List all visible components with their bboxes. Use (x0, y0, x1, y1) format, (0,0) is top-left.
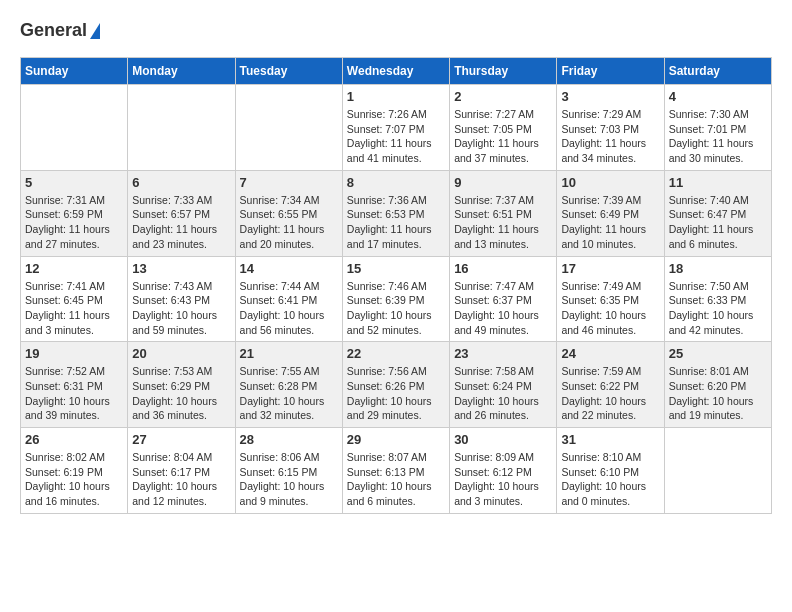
day-number: 27 (132, 432, 230, 447)
calendar-cell (21, 85, 128, 171)
calendar-cell (235, 85, 342, 171)
day-info: Sunrise: 7:55 AMSunset: 6:28 PMDaylight:… (240, 364, 338, 423)
day-number: 25 (669, 346, 767, 361)
weekday-header-saturday: Saturday (664, 58, 771, 85)
day-info: Sunrise: 7:46 AMSunset: 6:39 PMDaylight:… (347, 279, 445, 338)
day-number: 30 (454, 432, 552, 447)
calendar-cell: 26Sunrise: 8:02 AMSunset: 6:19 PMDayligh… (21, 428, 128, 514)
weekday-header-wednesday: Wednesday (342, 58, 449, 85)
calendar-cell: 14Sunrise: 7:44 AMSunset: 6:41 PMDayligh… (235, 256, 342, 342)
calendar-cell: 18Sunrise: 7:50 AMSunset: 6:33 PMDayligh… (664, 256, 771, 342)
day-info: Sunrise: 8:04 AMSunset: 6:17 PMDaylight:… (132, 450, 230, 509)
day-number: 28 (240, 432, 338, 447)
calendar-cell: 24Sunrise: 7:59 AMSunset: 6:22 PMDayligh… (557, 342, 664, 428)
day-info: Sunrise: 8:07 AMSunset: 6:13 PMDaylight:… (347, 450, 445, 509)
calendar-cell: 8Sunrise: 7:36 AMSunset: 6:53 PMDaylight… (342, 170, 449, 256)
day-info: Sunrise: 8:09 AMSunset: 6:12 PMDaylight:… (454, 450, 552, 509)
day-number: 7 (240, 175, 338, 190)
day-info: Sunrise: 7:36 AMSunset: 6:53 PMDaylight:… (347, 193, 445, 252)
day-info: Sunrise: 7:26 AMSunset: 7:07 PMDaylight:… (347, 107, 445, 166)
calendar-cell: 27Sunrise: 8:04 AMSunset: 6:17 PMDayligh… (128, 428, 235, 514)
calendar-cell: 12Sunrise: 7:41 AMSunset: 6:45 PMDayligh… (21, 256, 128, 342)
day-number: 15 (347, 261, 445, 276)
day-number: 13 (132, 261, 230, 276)
calendar-header: SundayMondayTuesdayWednesdayThursdayFrid… (21, 58, 772, 85)
day-number: 4 (669, 89, 767, 104)
day-number: 8 (347, 175, 445, 190)
calendar-cell: 1Sunrise: 7:26 AMSunset: 7:07 PMDaylight… (342, 85, 449, 171)
day-number: 18 (669, 261, 767, 276)
day-info: Sunrise: 7:40 AMSunset: 6:47 PMDaylight:… (669, 193, 767, 252)
calendar-cell: 3Sunrise: 7:29 AMSunset: 7:03 PMDaylight… (557, 85, 664, 171)
day-info: Sunrise: 8:10 AMSunset: 6:10 PMDaylight:… (561, 450, 659, 509)
page-header: General (20, 20, 772, 41)
day-number: 1 (347, 89, 445, 104)
calendar-cell: 22Sunrise: 7:56 AMSunset: 6:26 PMDayligh… (342, 342, 449, 428)
day-info: Sunrise: 8:01 AMSunset: 6:20 PMDaylight:… (669, 364, 767, 423)
day-number: 19 (25, 346, 123, 361)
calendar-cell: 11Sunrise: 7:40 AMSunset: 6:47 PMDayligh… (664, 170, 771, 256)
calendar-week-2: 5Sunrise: 7:31 AMSunset: 6:59 PMDaylight… (21, 170, 772, 256)
calendar-cell: 13Sunrise: 7:43 AMSunset: 6:43 PMDayligh… (128, 256, 235, 342)
calendar-week-3: 12Sunrise: 7:41 AMSunset: 6:45 PMDayligh… (21, 256, 772, 342)
calendar-cell: 25Sunrise: 8:01 AMSunset: 6:20 PMDayligh… (664, 342, 771, 428)
calendar-cell: 29Sunrise: 8:07 AMSunset: 6:13 PMDayligh… (342, 428, 449, 514)
day-number: 12 (25, 261, 123, 276)
day-number: 29 (347, 432, 445, 447)
logo: General (20, 20, 100, 41)
calendar-week-4: 19Sunrise: 7:52 AMSunset: 6:31 PMDayligh… (21, 342, 772, 428)
calendar-cell: 6Sunrise: 7:33 AMSunset: 6:57 PMDaylight… (128, 170, 235, 256)
day-number: 20 (132, 346, 230, 361)
day-info: Sunrise: 7:50 AMSunset: 6:33 PMDaylight:… (669, 279, 767, 338)
day-info: Sunrise: 7:41 AMSunset: 6:45 PMDaylight:… (25, 279, 123, 338)
day-info: Sunrise: 7:56 AMSunset: 6:26 PMDaylight:… (347, 364, 445, 423)
weekday-header-sunday: Sunday (21, 58, 128, 85)
calendar-cell (664, 428, 771, 514)
weekday-header-tuesday: Tuesday (235, 58, 342, 85)
day-info: Sunrise: 7:31 AMSunset: 6:59 PMDaylight:… (25, 193, 123, 252)
day-number: 31 (561, 432, 659, 447)
logo-icon (90, 23, 100, 39)
weekday-header-monday: Monday (128, 58, 235, 85)
day-info: Sunrise: 7:37 AMSunset: 6:51 PMDaylight:… (454, 193, 552, 252)
day-info: Sunrise: 7:47 AMSunset: 6:37 PMDaylight:… (454, 279, 552, 338)
day-info: Sunrise: 7:29 AMSunset: 7:03 PMDaylight:… (561, 107, 659, 166)
logo-general-text: General (20, 20, 87, 41)
calendar-cell: 9Sunrise: 7:37 AMSunset: 6:51 PMDaylight… (450, 170, 557, 256)
calendar-cell: 23Sunrise: 7:58 AMSunset: 6:24 PMDayligh… (450, 342, 557, 428)
calendar-cell: 28Sunrise: 8:06 AMSunset: 6:15 PMDayligh… (235, 428, 342, 514)
day-number: 24 (561, 346, 659, 361)
day-number: 26 (25, 432, 123, 447)
day-number: 3 (561, 89, 659, 104)
calendar-cell: 31Sunrise: 8:10 AMSunset: 6:10 PMDayligh… (557, 428, 664, 514)
day-info: Sunrise: 7:39 AMSunset: 6:49 PMDaylight:… (561, 193, 659, 252)
weekday-header-thursday: Thursday (450, 58, 557, 85)
calendar-cell: 19Sunrise: 7:52 AMSunset: 6:31 PMDayligh… (21, 342, 128, 428)
day-info: Sunrise: 7:34 AMSunset: 6:55 PMDaylight:… (240, 193, 338, 252)
day-number: 22 (347, 346, 445, 361)
day-info: Sunrise: 7:33 AMSunset: 6:57 PMDaylight:… (132, 193, 230, 252)
calendar-cell: 16Sunrise: 7:47 AMSunset: 6:37 PMDayligh… (450, 256, 557, 342)
calendar-week-1: 1Sunrise: 7:26 AMSunset: 7:07 PMDaylight… (21, 85, 772, 171)
calendar-body: 1Sunrise: 7:26 AMSunset: 7:07 PMDaylight… (21, 85, 772, 514)
day-number: 11 (669, 175, 767, 190)
day-info: Sunrise: 7:30 AMSunset: 7:01 PMDaylight:… (669, 107, 767, 166)
day-info: Sunrise: 7:59 AMSunset: 6:22 PMDaylight:… (561, 364, 659, 423)
calendar-cell: 2Sunrise: 7:27 AMSunset: 7:05 PMDaylight… (450, 85, 557, 171)
calendar-cell: 20Sunrise: 7:53 AMSunset: 6:29 PMDayligh… (128, 342, 235, 428)
day-number: 16 (454, 261, 552, 276)
calendar-table: SundayMondayTuesdayWednesdayThursdayFrid… (20, 57, 772, 514)
calendar-cell: 5Sunrise: 7:31 AMSunset: 6:59 PMDaylight… (21, 170, 128, 256)
calendar-cell: 4Sunrise: 7:30 AMSunset: 7:01 PMDaylight… (664, 85, 771, 171)
day-number: 9 (454, 175, 552, 190)
calendar-cell: 10Sunrise: 7:39 AMSunset: 6:49 PMDayligh… (557, 170, 664, 256)
day-info: Sunrise: 7:43 AMSunset: 6:43 PMDaylight:… (132, 279, 230, 338)
day-info: Sunrise: 7:58 AMSunset: 6:24 PMDaylight:… (454, 364, 552, 423)
calendar-cell: 30Sunrise: 8:09 AMSunset: 6:12 PMDayligh… (450, 428, 557, 514)
day-info: Sunrise: 7:49 AMSunset: 6:35 PMDaylight:… (561, 279, 659, 338)
day-number: 10 (561, 175, 659, 190)
day-number: 14 (240, 261, 338, 276)
day-number: 5 (25, 175, 123, 190)
calendar-cell: 17Sunrise: 7:49 AMSunset: 6:35 PMDayligh… (557, 256, 664, 342)
day-info: Sunrise: 7:27 AMSunset: 7:05 PMDaylight:… (454, 107, 552, 166)
